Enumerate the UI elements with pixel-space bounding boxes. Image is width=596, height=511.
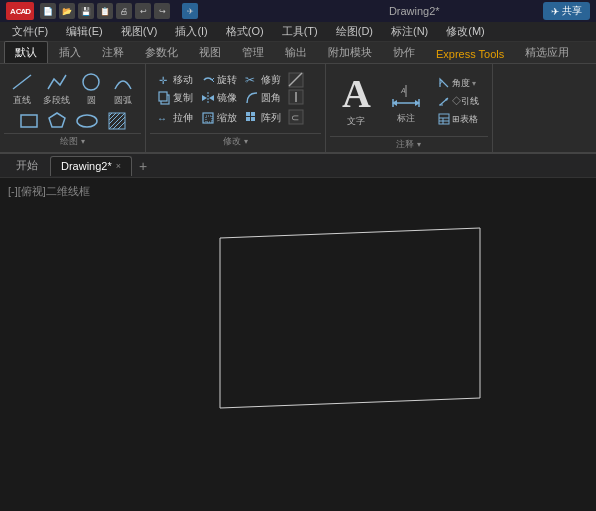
- svg-marker-20: [209, 95, 214, 101]
- tool-table-label: ⊞表格: [452, 113, 478, 126]
- document-tabs: 开始 Drawing2* × +: [0, 154, 596, 178]
- erase-icon: ⊂: [288, 109, 304, 128]
- svg-rect-26: [246, 112, 250, 116]
- tool-text[interactable]: A 文字: [336, 70, 377, 132]
- ribbon-tabs: 默认 插入 注释 参数化 视图 管理 输出 附加模块 协作 Express To…: [0, 42, 596, 64]
- svg-rect-25: [206, 116, 212, 122]
- save-btn[interactable]: 💾: [78, 3, 94, 19]
- tab-express-tools[interactable]: Express Tools: [426, 45, 514, 63]
- annotation-label-text: 注释: [396, 138, 414, 151]
- tool-stretch[interactable]: ↔ 拉伸: [154, 110, 196, 126]
- tool-angle-dimension[interactable]: 角度 ▾: [435, 76, 482, 91]
- tab-view[interactable]: 视图: [189, 42, 231, 63]
- tool-scale[interactable]: 缩放: [198, 110, 240, 126]
- tab-default[interactable]: 默认: [4, 41, 48, 63]
- annotation-group-chevron[interactable]: ▾: [417, 140, 421, 149]
- tool-mirror[interactable]: 镜像: [198, 90, 240, 106]
- svg-text:↔: ↔: [157, 113, 167, 124]
- menu-dimension[interactable]: 标注(N): [383, 22, 436, 41]
- svg-text:⊂: ⊂: [291, 112, 299, 123]
- tool-dimension-label: 标注: [397, 112, 415, 125]
- share-label: 共享: [562, 4, 582, 18]
- tab-drawing2-close[interactable]: ×: [116, 161, 121, 171]
- svg-point-4: [77, 115, 97, 127]
- tool-copy[interactable]: 复制: [154, 90, 196, 106]
- tab-manage[interactable]: 管理: [232, 42, 274, 63]
- annotation-group-label: 注释 ▾: [330, 136, 488, 153]
- draw-ellipse-btn[interactable]: [73, 113, 101, 129]
- menu-edit[interactable]: 编辑(E): [58, 22, 111, 41]
- tool-array-label: 阵列: [261, 111, 281, 125]
- angle-dropdown-icon[interactable]: ▾: [472, 79, 476, 88]
- svg-line-7: [109, 113, 116, 120]
- cad-logo: A CAD: [6, 2, 34, 20]
- share-icon: ✈: [551, 6, 559, 17]
- fillet-icon-area: [288, 72, 304, 88]
- menu-format[interactable]: 格式(O): [218, 22, 272, 41]
- modify-group-label: 修改 ▾: [150, 133, 321, 150]
- canvas-area: [-][俯视]二维线框: [0, 178, 596, 511]
- tab-insert[interactable]: 插入: [49, 42, 91, 63]
- modify-group-chevron[interactable]: ▾: [244, 137, 248, 146]
- menu-file[interactable]: 文件(F): [4, 22, 56, 41]
- svg-rect-2: [21, 115, 37, 127]
- tool-circle[interactable]: 圆: [77, 69, 105, 109]
- ribbon-group-annotation: A 文字 A 标注: [326, 64, 493, 152]
- modify-row-2: 复制 镜像 圆角: [154, 89, 304, 108]
- tool-table[interactable]: ⊞表格: [435, 112, 482, 127]
- tool-move[interactable]: ✛ 移动: [154, 72, 196, 88]
- menu-view[interactable]: 视图(V): [113, 22, 166, 41]
- toolbar-quick-access: 📄 📂 💾 📋 🖨 ↩ ↪ ✈: [40, 3, 286, 19]
- new-file-btn[interactable]: 📄: [40, 3, 56, 19]
- tool-copy-label: 复制: [173, 91, 193, 105]
- menu-draw[interactable]: 绘图(D): [328, 22, 381, 41]
- tool-polyline[interactable]: 多段线: [40, 69, 73, 109]
- draw-tools: 直线 多段线 圆: [4, 66, 141, 133]
- tool-text-label: 文字: [347, 115, 365, 128]
- tool-dimension[interactable]: A 标注: [383, 73, 429, 129]
- tool-leader[interactable]: ◇引线: [435, 94, 482, 109]
- draw-group-chevron[interactable]: ▾: [81, 137, 85, 146]
- menu-tools[interactable]: 工具(T): [274, 22, 326, 41]
- tab-featured-apps[interactable]: 精选应用: [515, 42, 579, 63]
- svg-point-1: [83, 74, 99, 90]
- draw-rect-btn[interactable]: [17, 113, 41, 129]
- menu-insert[interactable]: 插入(I): [167, 22, 215, 41]
- open-file-btn[interactable]: 📂: [59, 3, 75, 19]
- menu-modify[interactable]: 修改(M): [438, 22, 493, 41]
- draw-polygon-btn[interactable]: [45, 111, 69, 131]
- tab-output[interactable]: 输出: [275, 42, 317, 63]
- ribbon-panel: 直线 多段线 圆: [0, 64, 596, 154]
- cloud-btn[interactable]: ✈: [182, 3, 198, 19]
- tab-addons[interactable]: 附加模块: [318, 42, 382, 63]
- tool-array[interactable]: 阵列: [242, 110, 284, 126]
- tab-collaborate[interactable]: 协作: [383, 42, 425, 63]
- tool-arc[interactable]: 圆弧: [109, 69, 137, 109]
- tool-line[interactable]: 直线: [8, 69, 36, 109]
- svg-marker-3: [49, 113, 65, 127]
- tool-trim[interactable]: ✂ 修剪: [242, 72, 284, 88]
- tab-add-button[interactable]: +: [134, 157, 152, 175]
- share-button[interactable]: ✈ 共享: [543, 2, 590, 20]
- print-btn[interactable]: 🖨: [116, 3, 132, 19]
- tool-trim-label: 修剪: [261, 73, 281, 87]
- tool-rotate-label: 旋转: [217, 73, 237, 87]
- tab-parametric[interactable]: 参数化: [135, 42, 188, 63]
- tool-fillet[interactable]: 圆角: [242, 90, 284, 106]
- ribbon-group-draw: 直线 多段线 圆: [0, 64, 146, 152]
- tab-drawing2[interactable]: Drawing2* ×: [50, 156, 132, 176]
- trim-extend-icon: [288, 89, 304, 108]
- tool-rotate[interactable]: 旋转: [198, 72, 240, 88]
- tool-mirror-label: 镜像: [217, 91, 237, 105]
- undo-btn[interactable]: ↩: [135, 3, 151, 19]
- redo-btn[interactable]: ↪: [154, 3, 170, 19]
- ribbon-group-modify: ✛ 移动 旋转 ✂ 修剪: [146, 64, 326, 152]
- annotation-small-tools: 角度 ▾ ◇引线: [435, 76, 482, 127]
- save-as-btn[interactable]: 📋: [97, 3, 113, 19]
- draw-hatch-btn[interactable]: [105, 111, 129, 131]
- tab-annotation[interactable]: 注释: [92, 42, 134, 63]
- svg-line-0: [13, 75, 31, 89]
- tab-start[interactable]: 开始: [6, 156, 48, 176]
- tool-line-label: 直线: [13, 94, 31, 107]
- svg-rect-27: [251, 112, 255, 116]
